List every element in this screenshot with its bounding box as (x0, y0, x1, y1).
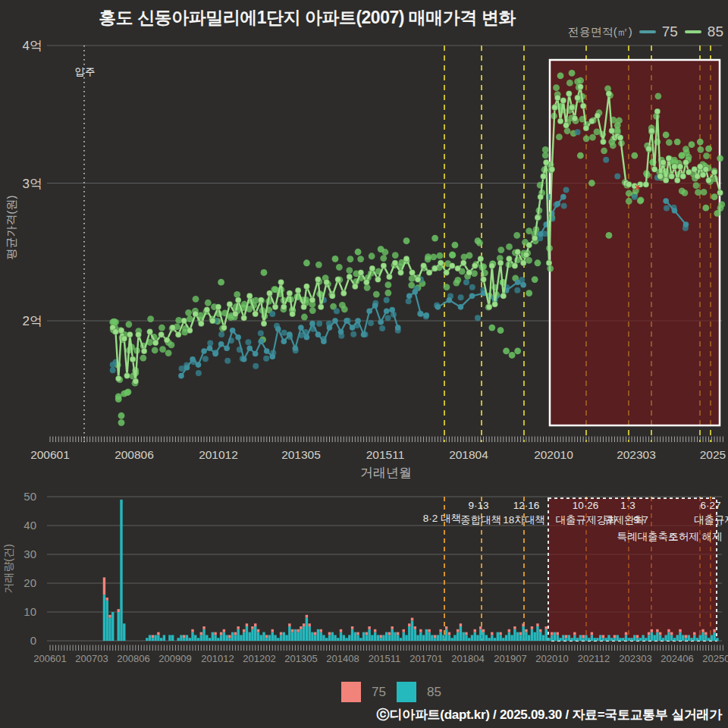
scatter-point (626, 198, 632, 205)
volume-bar-85 (508, 632, 510, 641)
scatter-point (563, 187, 570, 193)
scatter-point (663, 132, 670, 139)
series-85-point (540, 173, 546, 179)
series-85-point (569, 105, 575, 111)
scatter-point (224, 358, 231, 364)
volume-legend-item-75[interactable]: 75 (341, 682, 386, 702)
scatter-point (466, 253, 473, 259)
volume-bar-85 (149, 635, 151, 641)
volume-bar-85 (152, 638, 154, 641)
scatter-point (702, 205, 709, 212)
volume-bar-85 (379, 638, 381, 641)
volume-bar-85 (291, 632, 293, 641)
scatter-point (444, 284, 450, 290)
policy-annotation: 토허제 해제 (668, 531, 722, 542)
volume-bar-85 (593, 638, 595, 641)
scatter-point (594, 129, 601, 136)
series-85-point (492, 301, 498, 307)
x-tick-label: 201701 (410, 653, 442, 664)
scatter-point (569, 70, 576, 77)
volume-legend-item-85[interactable]: 85 (397, 682, 441, 702)
scatter-point (513, 232, 520, 239)
volume-bar-85 (274, 635, 276, 641)
volume-bar-85 (497, 632, 499, 641)
series-75-point (663, 198, 669, 204)
series-75-point (207, 346, 213, 352)
volume-bar-85 (545, 629, 548, 641)
volume-bar-85 (704, 635, 707, 641)
volume-bar-75 (265, 635, 268, 638)
volume-bar-85 (607, 635, 610, 641)
volume-bar-85 (337, 638, 339, 641)
series-75-point (178, 373, 184, 379)
volume-bar-85 (388, 635, 391, 641)
volume-bar-85 (568, 635, 570, 641)
volume-bar-85 (411, 620, 413, 641)
x-tick-label: 201804 (449, 448, 488, 461)
volume-bar-75 (288, 623, 290, 626)
x-tick-label: 201305 (281, 448, 321, 461)
series-85-point (272, 304, 278, 310)
series-85-point (682, 159, 689, 165)
volume-bar-85 (557, 635, 559, 641)
scatter-point (253, 363, 259, 369)
series-75-point (378, 319, 384, 325)
scatter-point (714, 210, 720, 217)
volume-bar-85 (356, 635, 359, 641)
volume-bar-85 (103, 595, 105, 641)
volume-bar-85 (505, 635, 507, 641)
volume-bar-85 (539, 632, 541, 641)
series-75-point (366, 308, 372, 314)
volume-bar-85 (513, 629, 516, 641)
volume-bar-85 (416, 635, 419, 641)
series-75-point (246, 346, 253, 352)
series-85-point (651, 166, 657, 172)
volume-bar-85 (328, 635, 331, 641)
series-85-point (340, 290, 347, 297)
volume-bar-75 (445, 626, 447, 629)
volume-bar-85 (636, 638, 639, 641)
volume-bar-85 (617, 635, 619, 641)
volume-bar-85 (202, 629, 205, 641)
series-85-point (520, 260, 526, 266)
y-tick-label: 10 (24, 605, 36, 618)
series-75-point (304, 334, 310, 340)
series-75-point (269, 353, 275, 359)
scatter-point (261, 269, 268, 276)
series-75-point (350, 325, 356, 331)
volume-bar-75 (303, 623, 305, 626)
volume-bar-85 (234, 635, 237, 641)
series-85-point (663, 177, 669, 184)
footer-credit: ⓒ디아파트(dapt.kr) / 2025.09.30 / 자료=국토교통부 실… (377, 706, 722, 723)
scatter-point (705, 146, 712, 152)
volume-bar-85 (442, 635, 444, 641)
scatter-point (542, 146, 549, 153)
volume-bar-85 (377, 635, 379, 641)
volume-bar-75 (491, 632, 493, 635)
scatter-point (711, 193, 718, 200)
volume-bar-85 (394, 632, 396, 641)
series-85-point (583, 125, 589, 131)
volume-bar-85 (625, 635, 627, 641)
volume-bar-75 (482, 629, 485, 632)
volume-bar-75 (651, 629, 653, 632)
series-85-point (478, 256, 484, 262)
volume-bar-85 (154, 635, 156, 641)
series-85-point (648, 128, 654, 134)
scatter-point (503, 348, 510, 355)
volume-bar-85 (345, 638, 347, 641)
series-85-point (472, 262, 478, 268)
scatter-point (336, 264, 343, 271)
volume-bar-75 (234, 632, 237, 635)
series-85-point (609, 128, 615, 134)
series-75-point (241, 356, 247, 362)
policy-annotation: 9·13 (468, 500, 488, 511)
volume-bar-75 (280, 632, 282, 635)
x-tick-label: 201511 (366, 448, 405, 461)
scatter-point (589, 134, 596, 141)
volume-bar-85 (536, 626, 538, 641)
volume-bar-75 (214, 632, 216, 635)
volume-bar-85 (502, 638, 504, 641)
volume-bar-75 (108, 615, 111, 618)
series-85-point (438, 260, 444, 266)
